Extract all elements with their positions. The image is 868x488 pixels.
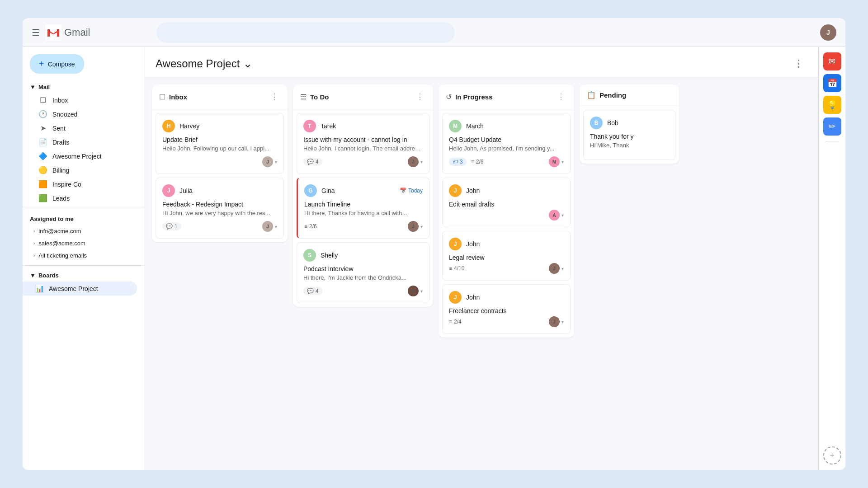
- inbox-icon: ☐: [39, 96, 47, 104]
- in-progress-col-menu[interactable]: ⋮: [555, 91, 567, 103]
- card-footer-right: J ▾: [408, 156, 423, 167]
- menu-icon[interactable]: ☰: [32, 27, 40, 38]
- dropdown-icon[interactable]: ⌄: [243, 57, 252, 70]
- idea-icon[interactable]: 💡: [823, 96, 841, 114]
- card-footer-right: M ▾: [549, 156, 564, 167]
- sidebar-item-sent[interactable]: ➤ Sent: [23, 121, 137, 135]
- sidebar-item-boards-awesome-project[interactable]: 📊 Awesome Project: [23, 282, 137, 296]
- sidebar-item-inspire-co[interactable]: 🟧 Inspire Co: [23, 177, 137, 191]
- table-row[interactable]: J John Legal review ≡ 4/10: [442, 231, 571, 281]
- inbox-col-menu[interactable]: ⋮: [269, 91, 280, 103]
- table-row[interactable]: J John Edit email drafts A ▾: [442, 178, 571, 227]
- card-footer-right: J ▾: [408, 221, 423, 232]
- chevron-down-icon[interactable]: ▾: [275, 160, 277, 164]
- gmail-m-icon: [45, 24, 61, 41]
- plus-icon: +: [39, 59, 44, 69]
- kanban-board: ☐ Inbox ⋮ H Harvey Update Brief Hello: [145, 77, 818, 470]
- card-header-row: J Julia: [162, 184, 277, 197]
- page-title: Awesome Project ⌄: [156, 57, 252, 70]
- sidebar-item-awesome-project[interactable]: 🔷 Awesome Project: [23, 149, 137, 163]
- sidebar-item-sales-acme[interactable]: › sales@acme.com: [23, 237, 144, 249]
- pending-col-icon: 📋: [587, 91, 596, 99]
- sidebar-item-leads[interactable]: 🟩 Leads: [23, 191, 137, 205]
- inbox-column-header: ☐ Inbox ⋮: [152, 84, 288, 109]
- card-subject: Q4 Budget Update: [449, 136, 564, 143]
- inbox-col-icon: ☐: [159, 93, 165, 101]
- card-footer: 💬 4 B ▾: [303, 286, 423, 296]
- sidebar-item-snoozed[interactable]: 🕐 Snoozed: [23, 107, 137, 121]
- search-input[interactable]: [156, 22, 455, 43]
- table-row[interactable]: G Gina 📅 Today Launch Timeline Hi there,…: [297, 178, 429, 239]
- card-preview: Hi Mike, Thank: [590, 142, 669, 149]
- sidebar-item-inbox[interactable]: ☐ Inbox: [23, 93, 137, 107]
- card-sender: Harvey: [179, 122, 277, 130]
- card-subject: Update Brief: [162, 136, 277, 143]
- card-subject: Podcast Interview: [303, 265, 423, 272]
- boards-section-header[interactable]: ▼ Boards: [23, 269, 144, 282]
- assignee-avatar: A: [549, 210, 560, 221]
- table-row[interactable]: J Julia Feedback - Redesign Impact Hi Jo…: [156, 178, 284, 239]
- avatar: J: [449, 291, 462, 304]
- table-row[interactable]: S Shelly Podcast Interview Hi there, I'm…: [297, 242, 429, 303]
- avatar: J: [449, 238, 462, 250]
- avatar[interactable]: J: [820, 24, 836, 41]
- pending-col-title: Pending: [599, 91, 672, 99]
- chevron-down-icon[interactable]: ▾: [561, 319, 564, 324]
- compose-label: Compose: [48, 61, 75, 68]
- card-footer-right: B ▾: [408, 286, 423, 296]
- card-footer: ≡ 2/6 J ▾: [304, 221, 423, 232]
- progress-count: 4/10: [454, 265, 464, 272]
- card-preview: Hello John, As promised, I'm sending y..…: [449, 145, 564, 152]
- sidebar-item-label: Inspire Co: [52, 181, 81, 188]
- chevron-down-icon[interactable]: ▾: [420, 289, 423, 294]
- table-row[interactable]: J John Freelancer contracts ≡ 2/4: [442, 284, 571, 334]
- more-options-button[interactable]: ⋮: [790, 56, 807, 71]
- chevron-down-icon[interactable]: ▾: [420, 224, 423, 229]
- chevron-down-icon[interactable]: ▾: [561, 213, 564, 218]
- comment-count: 4: [316, 159, 319, 165]
- table-row[interactable]: H Harvey Update Brief Hello John, Follow…: [156, 113, 284, 174]
- card-subject: Thank you for y: [590, 133, 669, 140]
- todo-col-menu[interactable]: ⋮: [414, 91, 426, 103]
- card-footer-left: 💬 4: [303, 287, 322, 295]
- sidebar-item-billing[interactable]: 🟡 Billing: [23, 163, 137, 177]
- chevron-right-icon: ›: [33, 241, 35, 246]
- table-row[interactable]: B Bob Thank you for y Hi Mike, Thank: [583, 110, 675, 160]
- table-row[interactable]: M March Q4 Budget Update Hello John, As …: [442, 113, 571, 174]
- mail-section-label: Mail: [38, 84, 50, 90]
- leads-icon: 🟩: [39, 194, 47, 202]
- add-panel-button[interactable]: +: [823, 446, 841, 465]
- card-subject: Issue with my account - cannot log in: [303, 136, 423, 143]
- card-footer: J ▾: [162, 156, 277, 167]
- sidebar-item-info-acme[interactable]: › info@acme.com: [23, 225, 144, 237]
- tasks-symbol: ✉: [829, 56, 835, 66]
- card-header-row: J John: [449, 291, 564, 304]
- sidebar-item-drafts[interactable]: 📄 Drafts: [23, 135, 137, 149]
- chevron-down-icon[interactable]: ▾: [561, 160, 564, 164]
- kanban-column-pending: 📋 Pending B Bob Thank you for y Hi Mike,…: [580, 84, 679, 164]
- chevron-down-icon[interactable]: ▾: [420, 160, 423, 164]
- sidebar-item-label: Sent: [52, 125, 66, 132]
- chevron-down-icon[interactable]: ▾: [561, 266, 564, 271]
- card-footer-left: ≡ 2/4: [449, 319, 462, 325]
- table-row[interactable]: T Tarek Issue with my account - cannot l…: [297, 113, 429, 174]
- pending-column-header: 📋 Pending: [580, 84, 679, 106]
- card-sender: John: [466, 294, 564, 301]
- compose-button[interactable]: + Compose: [30, 54, 84, 74]
- date-text: Today: [408, 188, 423, 194]
- calendar-icon[interactable]: 📅: [823, 74, 841, 92]
- card-footer: 🏷 3 ≡ 2/6 M: [449, 156, 564, 167]
- card-header-row: S Shelly: [303, 249, 423, 262]
- card-header-row: J John: [449, 238, 564, 250]
- assignee-avatar: J: [549, 316, 560, 327]
- sidebar-item-label: Billing: [52, 167, 69, 174]
- sidebar-item-ticketing[interactable]: › All ticketing emails: [23, 249, 144, 262]
- edit-icon[interactable]: ✏: [823, 117, 841, 136]
- card-footer-left: 💬 1: [162, 222, 181, 230]
- avatar: B: [590, 117, 603, 129]
- page-title-text: Awesome Project: [156, 57, 240, 70]
- mail-section-header[interactable]: ▼ Mail: [23, 81, 144, 93]
- card-preview: Hi John, we are very happy with the res.…: [162, 210, 277, 216]
- tasks-icon[interactable]: ✉: [823, 52, 841, 70]
- chevron-down-icon[interactable]: ▾: [275, 224, 277, 229]
